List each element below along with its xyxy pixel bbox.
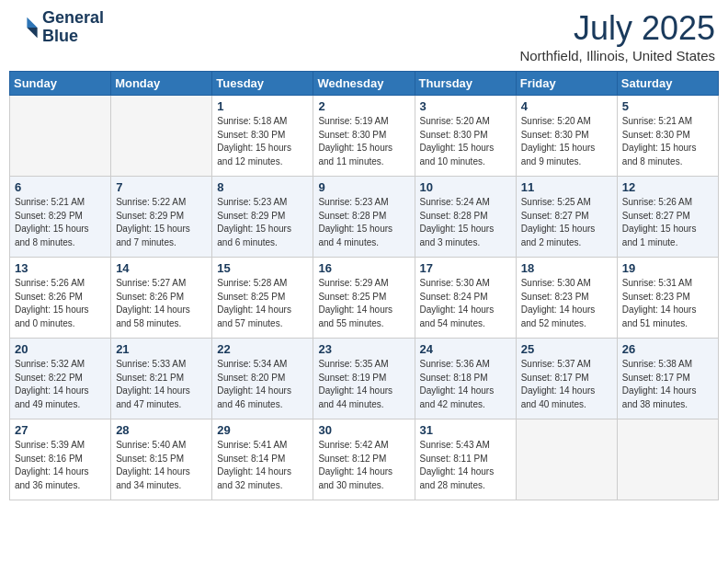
- day-info: Sunrise: 5:26 AM Sunset: 8:26 PM Dayligh…: [15, 277, 106, 330]
- calendar-cell: 5Sunrise: 5:21 AM Sunset: 8:30 PM Daylig…: [617, 96, 718, 177]
- calendar-cell: 10Sunrise: 5:24 AM Sunset: 8:28 PM Dayli…: [415, 177, 516, 258]
- day-number: 19: [622, 261, 713, 275]
- month-title: July 2025: [519, 9, 715, 48]
- day-info: Sunrise: 5:20 AM Sunset: 8:30 PM Dayligh…: [420, 115, 511, 168]
- calendar-cell: 12Sunrise: 5:26 AM Sunset: 8:27 PM Dayli…: [617, 177, 718, 258]
- day-number: 16: [318, 261, 409, 275]
- day-info: Sunrise: 5:18 AM Sunset: 8:30 PM Dayligh…: [217, 115, 308, 168]
- calendar-cell: 7Sunrise: 5:22 AM Sunset: 8:29 PM Daylig…: [111, 177, 212, 258]
- weekday-header-row: SundayMondayTuesdayWednesdayThursdayFrid…: [10, 72, 719, 96]
- day-info: Sunrise: 5:29 AM Sunset: 8:25 PM Dayligh…: [318, 277, 409, 330]
- day-info: Sunrise: 5:26 AM Sunset: 8:27 PM Dayligh…: [622, 196, 713, 249]
- calendar-week-row: 13Sunrise: 5:26 AM Sunset: 8:26 PM Dayli…: [10, 258, 719, 339]
- day-info: Sunrise: 5:42 AM Sunset: 8:12 PM Dayligh…: [318, 439, 409, 492]
- day-number: 9: [318, 180, 409, 194]
- weekday-header: Wednesday: [313, 72, 415, 96]
- calendar-cell: 2Sunrise: 5:19 AM Sunset: 8:30 PM Daylig…: [313, 96, 415, 177]
- weekday-header: Sunday: [10, 72, 111, 96]
- calendar-week-row: 6Sunrise: 5:21 AM Sunset: 8:29 PM Daylig…: [10, 177, 719, 258]
- calendar-cell: 25Sunrise: 5:37 AM Sunset: 8:17 PM Dayli…: [516, 339, 617, 419]
- day-info: Sunrise: 5:38 AM Sunset: 8:17 PM Dayligh…: [622, 358, 713, 411]
- day-info: Sunrise: 5:35 AM Sunset: 8:19 PM Dayligh…: [318, 358, 409, 411]
- day-info: Sunrise: 5:27 AM Sunset: 8:26 PM Dayligh…: [116, 277, 207, 330]
- calendar-cell: 17Sunrise: 5:30 AM Sunset: 8:24 PM Dayli…: [415, 258, 516, 339]
- day-number: 24: [420, 342, 511, 356]
- day-number: 7: [116, 180, 207, 194]
- day-number: 31: [420, 423, 511, 437]
- day-number: 4: [521, 99, 612, 113]
- calendar-cell: 26Sunrise: 5:38 AM Sunset: 8:17 PM Dayli…: [617, 339, 718, 419]
- day-info: Sunrise: 5:39 AM Sunset: 8:16 PM Dayligh…: [15, 439, 106, 492]
- calendar-cell: 30Sunrise: 5:42 AM Sunset: 8:12 PM Dayli…: [313, 419, 415, 500]
- day-info: Sunrise: 5:31 AM Sunset: 8:23 PM Dayligh…: [622, 277, 713, 330]
- day-number: 28: [116, 423, 207, 437]
- day-info: Sunrise: 5:24 AM Sunset: 8:28 PM Dayligh…: [420, 196, 511, 249]
- calendar-cell: 4Sunrise: 5:20 AM Sunset: 8:30 PM Daylig…: [516, 96, 617, 177]
- day-number: 20: [15, 342, 106, 356]
- page-header: General Blue July 2025 Northfield, Illin…: [9, 9, 719, 63]
- logo-text: General Blue: [42, 9, 104, 46]
- day-info: Sunrise: 5:33 AM Sunset: 8:21 PM Dayligh…: [116, 358, 207, 411]
- day-number: 22: [217, 342, 308, 356]
- calendar-cell: 29Sunrise: 5:41 AM Sunset: 8:14 PM Dayli…: [212, 419, 313, 500]
- calendar-cell: 6Sunrise: 5:21 AM Sunset: 8:29 PM Daylig…: [10, 177, 111, 258]
- calendar-week-row: 27Sunrise: 5:39 AM Sunset: 8:16 PM Dayli…: [10, 419, 719, 500]
- day-number: 1: [217, 99, 308, 113]
- calendar-cell: 22Sunrise: 5:34 AM Sunset: 8:20 PM Dayli…: [212, 339, 313, 419]
- day-info: Sunrise: 5:30 AM Sunset: 8:23 PM Dayligh…: [521, 277, 612, 330]
- calendar-cell: 9Sunrise: 5:23 AM Sunset: 8:28 PM Daylig…: [313, 177, 415, 258]
- day-info: Sunrise: 5:23 AM Sunset: 8:28 PM Dayligh…: [318, 196, 409, 249]
- day-info: Sunrise: 5:21 AM Sunset: 8:29 PM Dayligh…: [15, 196, 106, 249]
- calendar-cell: 24Sunrise: 5:36 AM Sunset: 8:18 PM Dayli…: [415, 339, 516, 419]
- calendar-cell: 16Sunrise: 5:29 AM Sunset: 8:25 PM Dayli…: [313, 258, 415, 339]
- day-info: Sunrise: 5:30 AM Sunset: 8:24 PM Dayligh…: [420, 277, 511, 330]
- day-number: 26: [622, 342, 713, 356]
- calendar-table: SundayMondayTuesdayWednesdayThursdayFrid…: [9, 71, 719, 500]
- day-number: 29: [217, 423, 308, 437]
- day-info: Sunrise: 5:20 AM Sunset: 8:30 PM Dayligh…: [521, 115, 612, 168]
- calendar-cell: 20Sunrise: 5:32 AM Sunset: 8:22 PM Dayli…: [10, 339, 111, 419]
- day-info: Sunrise: 5:19 AM Sunset: 8:30 PM Dayligh…: [318, 115, 409, 168]
- day-number: 27: [15, 423, 106, 437]
- day-number: 8: [217, 180, 308, 194]
- day-number: 25: [521, 342, 612, 356]
- weekday-header: Friday: [516, 72, 617, 96]
- day-info: Sunrise: 5:34 AM Sunset: 8:20 PM Dayligh…: [217, 358, 308, 411]
- weekday-header: Saturday: [617, 72, 718, 96]
- weekday-header: Monday: [111, 72, 212, 96]
- day-info: Sunrise: 5:37 AM Sunset: 8:17 PM Dayligh…: [521, 358, 612, 411]
- calendar-cell: 19Sunrise: 5:31 AM Sunset: 8:23 PM Dayli…: [617, 258, 718, 339]
- calendar-cell: 3Sunrise: 5:20 AM Sunset: 8:30 PM Daylig…: [415, 96, 516, 177]
- day-number: 15: [217, 261, 308, 275]
- day-number: 12: [622, 180, 713, 194]
- calendar-cell: [516, 419, 617, 500]
- svg-marker-1: [27, 28, 37, 38]
- calendar-cell: [617, 419, 718, 500]
- day-number: 23: [318, 342, 409, 356]
- calendar-cell: 14Sunrise: 5:27 AM Sunset: 8:26 PM Dayli…: [111, 258, 212, 339]
- calendar-cell: 18Sunrise: 5:30 AM Sunset: 8:23 PM Dayli…: [516, 258, 617, 339]
- location-title: Northfield, Illinois, United States: [519, 48, 715, 63]
- day-number: 21: [116, 342, 207, 356]
- calendar-cell: [10, 96, 111, 177]
- day-info: Sunrise: 5:23 AM Sunset: 8:29 PM Dayligh…: [217, 196, 308, 249]
- day-info: Sunrise: 5:36 AM Sunset: 8:18 PM Dayligh…: [420, 358, 511, 411]
- day-number: 5: [622, 99, 713, 113]
- day-number: 14: [116, 261, 207, 275]
- calendar-week-row: 1Sunrise: 5:18 AM Sunset: 8:30 PM Daylig…: [10, 96, 719, 177]
- day-number: 18: [521, 261, 612, 275]
- calendar-cell: 11Sunrise: 5:25 AM Sunset: 8:27 PM Dayli…: [516, 177, 617, 258]
- weekday-header: Tuesday: [212, 72, 313, 96]
- weekday-header: Thursday: [415, 72, 516, 96]
- calendar-cell: [111, 96, 212, 177]
- logo-icon: [13, 15, 39, 40]
- day-number: 6: [15, 180, 106, 194]
- day-number: 3: [420, 99, 511, 113]
- calendar-cell: 1Sunrise: 5:18 AM Sunset: 8:30 PM Daylig…: [212, 96, 313, 177]
- title-block: July 2025 Northfield, Illinois, United S…: [519, 9, 715, 63]
- svg-marker-0: [27, 17, 37, 28]
- day-info: Sunrise: 5:40 AM Sunset: 8:15 PM Dayligh…: [116, 439, 207, 492]
- logo: General Blue: [13, 9, 104, 46]
- day-info: Sunrise: 5:41 AM Sunset: 8:14 PM Dayligh…: [217, 439, 308, 492]
- day-number: 2: [318, 99, 409, 113]
